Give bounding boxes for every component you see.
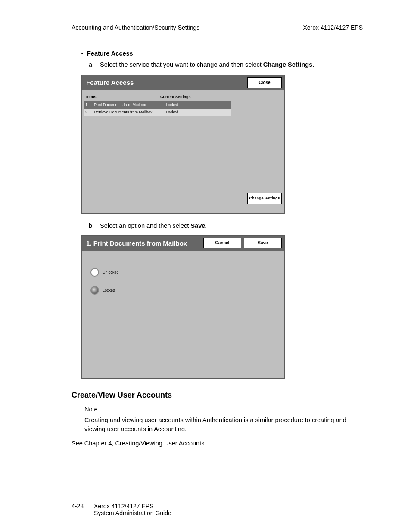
step-letter: a.	[89, 60, 100, 69]
header-left: Accounting and Authentication/Security S…	[72, 24, 199, 31]
note-body: Creating and viewing user accounts withi…	[84, 417, 346, 432]
row-num: 1.	[84, 101, 91, 109]
radio-icon[interactable]	[90, 286, 99, 295]
radio-group: Unlocked Locked	[82, 251, 284, 295]
row-name: Retrieve Documents from Mailbox	[91, 109, 163, 116]
note-block: Note Creating and viewing user accounts …	[84, 405, 363, 434]
page-header: Accounting and Authentication/Security S…	[72, 24, 363, 31]
feature-access-dialog: Feature Access Close Items Current Setti…	[81, 75, 285, 214]
step-b: b. Select an option and then select Save…	[89, 221, 363, 230]
radio-unlocked[interactable]: Unlocked	[90, 268, 284, 277]
note-word: Note	[84, 405, 363, 414]
bullet-feature-access: • Feature Access:	[78, 49, 363, 58]
step-a: a. Select the service that you want to c…	[89, 60, 363, 69]
save-button[interactable]: Save	[244, 238, 282, 248]
bullet-point-icon: •	[78, 49, 87, 58]
page-footer: 4-28 Xerox 4112/4127 EPS System Administ…	[72, 503, 171, 516]
radio-locked[interactable]: Locked	[90, 286, 284, 295]
footer-text: Xerox 4112/4127 EPS System Administratio…	[94, 503, 171, 516]
radio-label: Locked	[103, 288, 115, 293]
column-headers: Items Current Settings	[82, 90, 284, 102]
step-b-text: Select an option and then select Save.	[100, 221, 207, 230]
step-letter: b.	[89, 221, 100, 230]
see-text: See Chapter 4, Creating/Viewing User Acc…	[72, 440, 363, 447]
table-row[interactable]: 1. Print Documents from Mailbox Locked	[84, 101, 231, 109]
row-name: Print Documents from Mailbox	[91, 101, 163, 109]
col-items: Items	[86, 94, 160, 100]
print-documents-dialog: 1. Print Documents from Mailbox Cancel S…	[81, 235, 285, 379]
col-current-settings: Current Settings	[160, 94, 191, 100]
row-setting: Locked	[163, 101, 231, 109]
change-settings-button[interactable]: Change Settings	[247, 193, 282, 204]
section-title: Create/View User Accounts	[72, 391, 363, 400]
bullet-label: Feature Access	[87, 50, 133, 57]
step-a-text: Select the service that you want to chan…	[100, 60, 314, 69]
header-right: Xerox 4112/4127 EPS	[303, 24, 363, 31]
cancel-button[interactable]: Cancel	[203, 238, 241, 248]
row-setting: Locked	[163, 109, 231, 116]
table-row[interactable]: 2. Retrieve Documents from Mailbox Locke…	[84, 109, 231, 116]
radio-label: Unlocked	[103, 270, 119, 275]
page-number: 4-28	[72, 503, 94, 516]
radio-icon[interactable]	[90, 268, 99, 277]
row-num: 2.	[84, 109, 91, 116]
close-button[interactable]: Close	[247, 77, 282, 88]
